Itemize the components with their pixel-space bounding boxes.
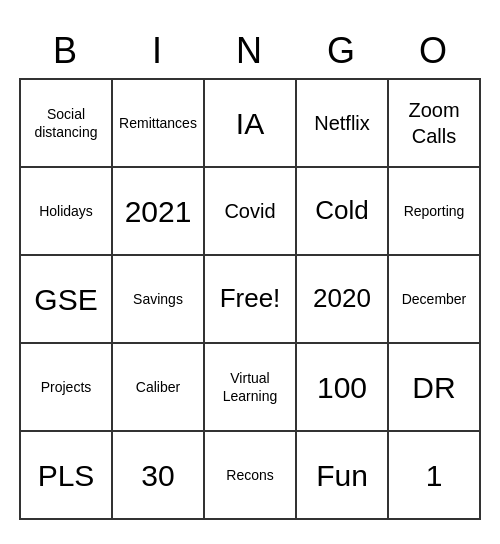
table-row: Social distancingRemittancesIANetflixZoo… xyxy=(20,79,480,167)
bingo-cell: Fun xyxy=(296,431,388,519)
bingo-cell: Reporting xyxy=(388,167,480,255)
bingo-cell: 100 xyxy=(296,343,388,431)
bingo-cell: Caliber xyxy=(112,343,204,431)
bingo-cell: PLS xyxy=(20,431,112,519)
header-letter: B xyxy=(20,24,112,78)
table-row: Holidays2021CovidColdReporting xyxy=(20,167,480,255)
bingo-cell: Cold xyxy=(296,167,388,255)
bingo-cell: Projects xyxy=(20,343,112,431)
bingo-header: BINGO xyxy=(20,24,480,78)
bingo-cell: 2021 xyxy=(112,167,204,255)
bingo-table: Social distancingRemittancesIANetflixZoo… xyxy=(19,78,481,520)
header-letter: O xyxy=(388,24,480,78)
bingo-cell: Savings xyxy=(112,255,204,343)
bingo-cell: Recons xyxy=(204,431,296,519)
table-row: PLS30ReconsFun1 xyxy=(20,431,480,519)
bingo-cell: Covid xyxy=(204,167,296,255)
header-letter: G xyxy=(296,24,388,78)
bingo-cell: 1 xyxy=(388,431,480,519)
bingo-cell: IA xyxy=(204,79,296,167)
bingo-cell: Free! xyxy=(204,255,296,343)
table-row: GSESavingsFree!2020December xyxy=(20,255,480,343)
bingo-cell: December xyxy=(388,255,480,343)
bingo-cell: Social distancing xyxy=(20,79,112,167)
bingo-cell: DR xyxy=(388,343,480,431)
header-letter: N xyxy=(204,24,296,78)
bingo-cell: Virtual Learning xyxy=(204,343,296,431)
header-letter: I xyxy=(112,24,204,78)
bingo-cell: Netflix xyxy=(296,79,388,167)
bingo-cell: 2020 xyxy=(296,255,388,343)
table-row: ProjectsCaliberVirtual Learning100DR xyxy=(20,343,480,431)
bingo-cell: Zoom Calls xyxy=(388,79,480,167)
bingo-cell: GSE xyxy=(20,255,112,343)
bingo-cell: 30 xyxy=(112,431,204,519)
bingo-cell: Remittances xyxy=(112,79,204,167)
bingo-cell: Holidays xyxy=(20,167,112,255)
